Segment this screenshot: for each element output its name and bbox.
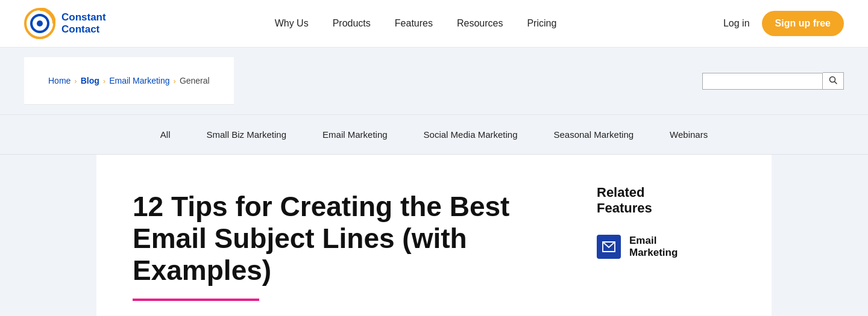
login-link[interactable]: Log in [723, 18, 750, 29]
search-icon [829, 76, 837, 84]
related-features-title: RelatedFeatures [597, 185, 753, 217]
email-marketing-label: EmailMarketing [629, 235, 678, 259]
nav-link-why-us[interactable]: Why Us [263, 0, 321, 48]
article-underline [133, 299, 259, 301]
sidebar: RelatedFeatures EmailMarketing [579, 155, 772, 316]
breadcrumb-sep-1: › [74, 76, 77, 85]
nav-link-features[interactable]: Features [383, 0, 445, 48]
nav-link-pricing[interactable]: Pricing [515, 0, 568, 48]
signup-button[interactable]: Sign up free [762, 11, 844, 36]
category-nav: All Small Biz Marketing Email Marketing … [0, 115, 868, 155]
article-area: 12 Tips for Creating the Best Email Subj… [96, 155, 579, 316]
cat-social-media[interactable]: Social Media Marketing [424, 127, 518, 142]
logo-line1: Constant [61, 11, 106, 23]
breadcrumb-sep-3: › [174, 76, 176, 85]
nav-link-resources[interactable]: Resources [445, 0, 515, 48]
nav-left: Constant Contact Why Us Products Feature… [24, 0, 568, 48]
logo-line2: Contact [61, 23, 106, 36]
nav-link-products[interactable]: Products [321, 0, 383, 48]
cat-webinars[interactable]: Webinars [670, 127, 708, 142]
search-button[interactable] [823, 72, 844, 90]
svg-point-2 [37, 20, 43, 26]
breadcrumb-bar: Home › Blog › Email Marketing › General [0, 48, 868, 115]
main-content: 12 Tips for Creating the Best Email Subj… [0, 155, 868, 316]
breadcrumb-email-marketing[interactable]: Email Marketing [109, 76, 169, 85]
main-nav: Constant Contact Why Us Products Feature… [0, 0, 868, 48]
related-item-email[interactable]: EmailMarketing [597, 235, 753, 259]
article-title: 12 Tips for Creating the Best Email Subj… [133, 191, 542, 287]
nav-links: Why Us Products Features Resources Prici… [263, 0, 569, 48]
breadcrumb-current: General [180, 76, 210, 85]
envelope-icon [602, 240, 616, 254]
search-wrap [702, 72, 844, 90]
breadcrumb-blog[interactable]: Blog [81, 76, 99, 85]
breadcrumb-sep-2: › [103, 76, 105, 85]
breadcrumb: Home › Blog › Email Marketing › General [24, 57, 234, 105]
logo[interactable]: Constant Contact [24, 8, 106, 39]
cat-email-marketing[interactable]: Email Marketing [322, 127, 388, 142]
breadcrumb-home[interactable]: Home [48, 76, 71, 85]
nav-right: Log in Sign up free [723, 11, 844, 36]
search-input[interactable] [702, 73, 823, 90]
logo-icon [24, 8, 55, 39]
logo-text: Constant Contact [61, 11, 106, 35]
email-marketing-icon [597, 235, 621, 259]
cat-small-biz[interactable]: Small Biz Marketing [207, 127, 287, 142]
cat-all[interactable]: All [160, 127, 171, 142]
cat-seasonal[interactable]: Seasonal Marketing [554, 127, 634, 142]
svg-line-4 [835, 82, 837, 84]
